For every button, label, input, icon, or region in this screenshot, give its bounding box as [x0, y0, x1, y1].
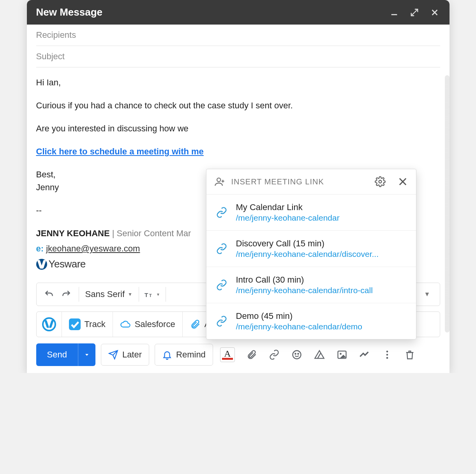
gear-icon[interactable] — [375, 176, 386, 187]
svg-point-20 — [386, 351, 388, 353]
signature-title: Senior Content Mar — [117, 228, 191, 238]
font-name: Sans Serif — [85, 289, 125, 299]
font-size-button[interactable]: TT ▼ — [143, 286, 162, 303]
signature-email-label: e: — [36, 244, 46, 253]
insert-emoji-button[interactable] — [291, 349, 303, 361]
popup-title: INSERT MEETING LINK — [231, 177, 324, 186]
body-greeting: Hi Ian, — [36, 76, 440, 89]
track-toggle[interactable]: Track — [62, 312, 113, 337]
popup-header: INSERT MEETING LINK — [206, 169, 416, 195]
meeting-link-item[interactable]: Demo (45 min) /me/jenny-keohane-calendar… — [206, 303, 416, 339]
discard-draft-button[interactable] — [404, 349, 416, 361]
chevron-down-icon: ▼ — [128, 292, 132, 297]
yesware-menu-button[interactable] — [37, 312, 62, 337]
svg-point-13 — [293, 351, 301, 359]
yesware-wordmark: Yesware — [49, 256, 86, 272]
insert-photo-button[interactable] — [336, 349, 348, 361]
person-add-icon — [214, 176, 225, 187]
yesware-mark-icon — [36, 259, 47, 270]
send-button[interactable]: Send — [36, 343, 78, 366]
font-picker[interactable]: Sans Serif ▼ — [83, 289, 135, 299]
window-title: New Message — [36, 6, 103, 18]
checkbox-checked-icon — [69, 318, 81, 330]
meeting-link-name: Discovery Call (15 min) — [236, 239, 379, 249]
meeting-link-popup: INSERT MEETING LINK My Calendar Link /me… — [206, 169, 416, 340]
meeting-link-url: /me/jenny-keohane-calendar/discover... — [236, 249, 379, 259]
compose-icons: A — [220, 347, 416, 362]
undo-button[interactable] — [41, 286, 58, 303]
insert-link-button[interactable] — [268, 349, 280, 361]
insert-drive-button[interactable] — [314, 349, 325, 361]
meeting-link-item[interactable]: My Calendar Link /me/jenny-keohane-calen… — [206, 195, 416, 231]
body-line2: Are you interested in discussing how we — [36, 122, 440, 135]
more-options-button[interactable] — [381, 349, 393, 361]
svg-point-23 — [217, 178, 220, 182]
compose-window: New Message Recipients Subject Hi Ian, C… — [27, 0, 450, 373]
attach-file-button[interactable] — [246, 349, 257, 361]
title-bar: New Message — [27, 0, 450, 25]
send-group: Send — [36, 343, 95, 366]
svg-point-22 — [386, 357, 388, 359]
signature-title-sep: | — [110, 228, 117, 238]
meeting-link-item[interactable]: Intro Call (30 min) /me/jenny-keohane-ca… — [206, 267, 416, 303]
meeting-link-name: Intro Call (30 min) — [236, 275, 373, 285]
send-toolbar: Send Later Remind A — [36, 343, 440, 373]
salesforce-label: Salesforce — [135, 319, 175, 329]
meeting-link-name: My Calendar Link — [236, 202, 340, 212]
remind-label: Remind — [176, 350, 206, 360]
svg-marker-12 — [85, 354, 88, 356]
svg-text:T: T — [149, 293, 152, 298]
minimize-button[interactable] — [389, 7, 400, 18]
fullscreen-button[interactable] — [409, 7, 420, 18]
body-line1: Curious if you had a chance to check out… — [36, 99, 440, 112]
signature-email[interactable]: jkeohane@yesware.com — [46, 244, 140, 253]
track-label: Track — [85, 319, 106, 329]
text-color-button[interactable]: A — [220, 347, 235, 362]
svg-point-15 — [298, 354, 298, 354]
link-icon — [216, 243, 227, 255]
close-icon[interactable] — [397, 176, 408, 187]
yesware-icon — [42, 317, 56, 331]
salesforce-button[interactable]: Salesforce — [113, 312, 183, 337]
link-icon — [216, 207, 227, 218]
subject-field[interactable]: Subject — [36, 46, 440, 67]
compose-content: Recipients Subject Hi Ian, Curious if yo… — [27, 25, 450, 373]
svg-point-26 — [379, 180, 381, 183]
link-icon — [216, 279, 227, 291]
link-icon — [216, 315, 227, 327]
redo-button[interactable] — [58, 286, 75, 303]
meeting-link-url: /me/jenny-keohane-calendar — [236, 213, 340, 223]
svg-point-14 — [295, 354, 296, 354]
format-more-button[interactable]: ▼ — [419, 291, 436, 298]
svg-point-19 — [340, 353, 342, 355]
send-later-button[interactable]: Later — [101, 344, 149, 366]
close-button[interactable] — [429, 7, 440, 18]
meeting-link-item[interactable]: Discovery Call (15 min) /me/jenny-keohan… — [206, 231, 416, 267]
meeting-link-url: /me/jenny-keohane-calendar/demo — [236, 322, 363, 331]
signature-name: JENNY KEOHANE — [36, 228, 110, 238]
meeting-link-url: /me/jenny-keohane-calendar/intro-call — [236, 286, 373, 295]
meeting-link-name: Demo (45 min) — [236, 311, 363, 321]
send-options-button[interactable] — [78, 343, 95, 366]
confidential-mode-button[interactable] — [359, 349, 370, 361]
remind-button[interactable]: Remind — [155, 344, 213, 366]
recipients-field[interactable]: Recipients — [36, 25, 440, 46]
svg-text:T: T — [145, 292, 148, 298]
svg-point-21 — [386, 354, 388, 356]
schedule-link[interactable]: Click here to schedule a meeting with me — [36, 147, 204, 156]
scrollbar[interactable] — [445, 75, 450, 333]
chevron-down-icon: ▼ — [156, 292, 160, 297]
send-later-label: Later — [122, 350, 142, 360]
